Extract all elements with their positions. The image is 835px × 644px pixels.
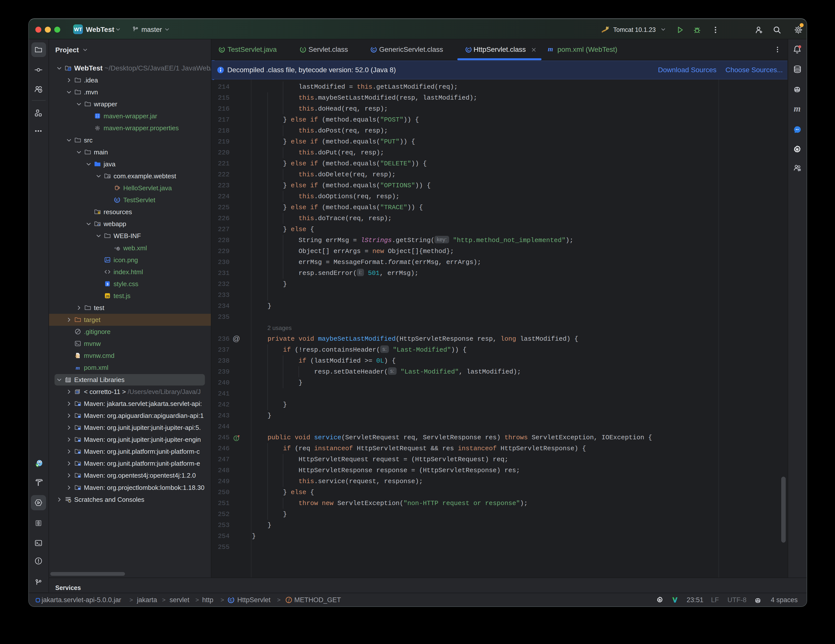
svg-text:?: ? [39,89,41,93]
svg-text:m: m [548,46,553,53]
svg-text:</: </ [114,246,119,250]
svg-text:f: f [288,597,290,602]
svg-text:C: C [372,47,375,52]
svg-text:C: C [467,47,470,52]
svg-text:3: 3 [106,282,108,286]
svg-text:m: m [76,364,80,371]
svg-text:I: I [302,47,304,52]
svg-text:C: C [116,198,119,202]
svg-text:JS: JS [106,294,109,298]
svg-text:C: C [229,598,232,602]
svg-text:m: m [794,104,801,114]
svg-text:C: C [220,47,223,52]
